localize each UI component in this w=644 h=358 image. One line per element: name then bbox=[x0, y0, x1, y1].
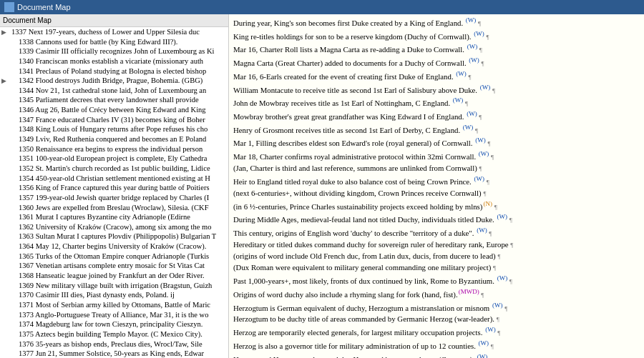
line-text: Past 1,000-years+, most likely, fronts o… bbox=[233, 274, 641, 287]
item-arrow bbox=[1, 261, 11, 262]
left-panel-item[interactable]: 1361 Murat I captures Byzantine city Adr… bbox=[0, 212, 228, 222]
item-arrow bbox=[1, 37, 11, 38]
item-arrow bbox=[1, 95, 11, 96]
line-text: This century, origins of English word 'd… bbox=[233, 226, 641, 239]
item-arrow bbox=[1, 174, 11, 174]
item-arrow bbox=[1, 134, 11, 135]
left-panel-item[interactable]: 1354 450-year-old Christian settlement m… bbox=[0, 174, 228, 184]
wiki-tag: (W) bbox=[463, 124, 474, 131]
right-panel-line: (Dux Roman were equivalent to military g… bbox=[233, 262, 641, 273]
para-mark: ¶ bbox=[478, 20, 481, 27]
left-panel-item[interactable]: 1344 Nov 21, 1st cathedral stone laid, J… bbox=[0, 86, 228, 96]
para-mark: ¶ bbox=[510, 242, 513, 249]
left-panel-item[interactable]: 1362 University of Kraków (Cracow), amon… bbox=[0, 222, 228, 232]
item-text: 1347 France educated Charles IV (31) bec… bbox=[11, 115, 227, 125]
item-text: 1370 Casimir III dies, Piast dynasty end… bbox=[11, 290, 227, 300]
left-panel-item[interactable]: 1351 100-year-old European project is co… bbox=[0, 154, 228, 164]
item-text: 1361 Murat I captures Byzantine city Adr… bbox=[11, 212, 227, 222]
left-panel-item[interactable]: 1346 Aug 26, Battle of Crécy between Kin… bbox=[0, 105, 228, 115]
para-mark: ¶ bbox=[493, 264, 496, 272]
wiki-tag: (W) bbox=[492, 302, 503, 309]
right-panel-line: Hereditary or titled dukes command duchy… bbox=[233, 239, 641, 250]
wiki-tag: (W) bbox=[485, 326, 496, 333]
item-arrow bbox=[1, 242, 11, 242]
left-panel-item[interactable]: 1375 Aztecs begin building Templo Mayor.… bbox=[0, 329, 228, 339]
item-arrow bbox=[1, 252, 11, 252]
line-text: Herzog are temporarily elected generals,… bbox=[233, 325, 641, 338]
left-panel-content[interactable]: ▶1337 Next 197-years, duchess of Lower a… bbox=[0, 27, 228, 358]
left-panel-item[interactable]: 1374 Magdeburg law for town Cieszyn, pri… bbox=[0, 319, 228, 329]
wiki-tag: (W) bbox=[467, 110, 477, 117]
right-panel-line: John de Mowbray receives title as 1st Ea… bbox=[233, 96, 641, 109]
left-panel-item[interactable]: 1350 Renaissance era begins to express t… bbox=[0, 144, 228, 154]
item-text: 1375 Aztecs begin building Templo Mayor.… bbox=[11, 329, 227, 339]
item-text: 1369 New military village built with irr… bbox=[11, 281, 227, 291]
title-bar: Document Map bbox=[0, 0, 644, 14]
left-panel-item[interactable]: 1339 Casimir III officially recognizes J… bbox=[0, 46, 228, 56]
line-text: Mowbray brother's great great grandfathe… bbox=[233, 109, 641, 122]
left-panel-item[interactable]: 1338 Cannons used for battle (by King Ed… bbox=[0, 37, 228, 47]
item-arrow: ▶ bbox=[1, 76, 11, 85]
left-panel-item[interactable]: ▶1337 Next 197-years, duchess of Lower a… bbox=[0, 27, 228, 37]
left-panel-item[interactable]: 1364 May 12, Charter begins University o… bbox=[0, 242, 228, 252]
left-panel-item[interactable]: 1341 Preclaus of Poland studying at Bolo… bbox=[0, 66, 228, 76]
right-panel-line: Mar 16, Charter Roll lists a Magna Carta… bbox=[233, 42, 641, 55]
item-text: 1356 King of France captured this year d… bbox=[11, 183, 227, 193]
left-panel-item[interactable]: 1348 King Louis of Hungary returns after… bbox=[0, 124, 228, 134]
item-text: 1341 Preclaus of Poland studying at Bolo… bbox=[11, 66, 227, 76]
item-text: 1346 Aug 26, Battle of Crécy between Kin… bbox=[11, 105, 227, 115]
wiki-tag: (W) bbox=[453, 96, 464, 104]
para-mark: ¶ bbox=[491, 343, 494, 350]
item-arrow bbox=[1, 310, 11, 311]
left-panel-item[interactable]: 1352 St. Martin's church recorded as 1st… bbox=[0, 164, 228, 174]
left-panel-item[interactable]: 1369 New military village built with irr… bbox=[0, 281, 228, 291]
left-panel-item[interactable]: 1367 Venetian artisans complete entry mo… bbox=[0, 261, 228, 271]
left-panel-item[interactable]: 1340 Franciscan monks establish a vicari… bbox=[0, 56, 228, 66]
left-panel-item[interactable]: 1360 Jews are expelled from Breslau (Wro… bbox=[0, 203, 228, 213]
item-text: 1354 450-year-old Christian settlement m… bbox=[11, 174, 227, 184]
left-panel-item[interactable]: ▶1342 Flood destroys Judith Bridge, Prag… bbox=[0, 76, 228, 86]
right-panel-line: Hertzog and Herzog translate as duke, He… bbox=[233, 352, 641, 358]
item-arrow bbox=[1, 349, 11, 349]
left-panel-item[interactable]: 1368 Hanseatic league joined by Frankfur… bbox=[0, 271, 228, 281]
item-text: 1348 King Louis of Hungary returns after… bbox=[11, 124, 227, 134]
line-text: (Jan, Charter is third and last referenc… bbox=[233, 163, 641, 174]
left-panel-item[interactable]: 1377 Jun 21, Summer Solstice, 50-years a… bbox=[0, 349, 228, 358]
para-mark: ¶ bbox=[504, 304, 507, 312]
left-panel-item[interactable]: 1347 France educated Charles IV (31) bec… bbox=[0, 115, 228, 125]
line-text: Origins of word duchy also include a rhy… bbox=[233, 287, 641, 300]
right-panel-line: Herzog are temporarily elected generals,… bbox=[233, 325, 641, 338]
para-mark: ¶ bbox=[475, 126, 478, 134]
item-arrow bbox=[1, 86, 11, 86]
item-arrow bbox=[1, 203, 11, 204]
wiki-tag: (W) bbox=[477, 227, 487, 234]
right-panel-line: Origins of word duchy also include a rhy… bbox=[233, 287, 641, 300]
left-panel-item[interactable]: 1363 Sultan Murat I captures Plovdiv (Ph… bbox=[0, 232, 228, 242]
left-panel-item[interactable]: 1356 King of France captured this year d… bbox=[0, 183, 228, 193]
right-panel[interactable]: During year, King's son becomes first Du… bbox=[229, 14, 644, 358]
left-panel-item[interactable]: 1345 Parliament decrees that every lando… bbox=[0, 95, 228, 105]
right-panel-line: (Jan, Charter is third and last referenc… bbox=[233, 163, 641, 174]
wiki-tag: (W) bbox=[479, 339, 489, 347]
left-panel-item[interactable]: 1376 35-years as bishop ends, Preclaus d… bbox=[0, 339, 228, 349]
right-panel-line: Herzogtum to be duchy title of areas com… bbox=[233, 314, 641, 324]
right-panel-line: Past 1,000-years+, most likely, fronts o… bbox=[233, 274, 641, 287]
line-text: Mar 16, Charter Roll lists a Magna Carta… bbox=[233, 42, 641, 55]
wiki-tag: (W) bbox=[480, 84, 491, 91]
left-panel-item[interactable]: 1357 199-year-old Jewish quarter bridge … bbox=[0, 193, 228, 203]
left-panel-item[interactable]: 1365 Turks of the Ottoman Empire conquer… bbox=[0, 252, 228, 262]
line-text: William Montacute to receive title as se… bbox=[233, 83, 641, 96]
left-panel-item[interactable]: 1371 Most of Serbian army killed by Otto… bbox=[0, 300, 228, 310]
para-mark: ¶ bbox=[479, 46, 482, 54]
title-bar-label: Document Map bbox=[17, 3, 71, 11]
line-text: (next 6-centuries+, without dividing kin… bbox=[233, 188, 641, 199]
para-mark: ¶ bbox=[486, 33, 489, 40]
item-arrow bbox=[1, 183, 11, 184]
left-panel-item[interactable]: 1349 Lviv, Red Ruthenia conquered and be… bbox=[0, 134, 228, 144]
left-panel-item[interactable]: 1370 Casimir III dies, Piast dynasty end… bbox=[0, 290, 228, 300]
item-arrow bbox=[1, 339, 11, 340]
line-text: Mar 1, Filling describes eldest son Edwa… bbox=[233, 136, 641, 149]
para-mark: ¶ bbox=[494, 203, 497, 210]
para-mark: ¶ bbox=[489, 230, 492, 237]
left-panel-item[interactable]: 1373 Anglo-Portuguese Treaty of Alliance… bbox=[0, 310, 228, 320]
